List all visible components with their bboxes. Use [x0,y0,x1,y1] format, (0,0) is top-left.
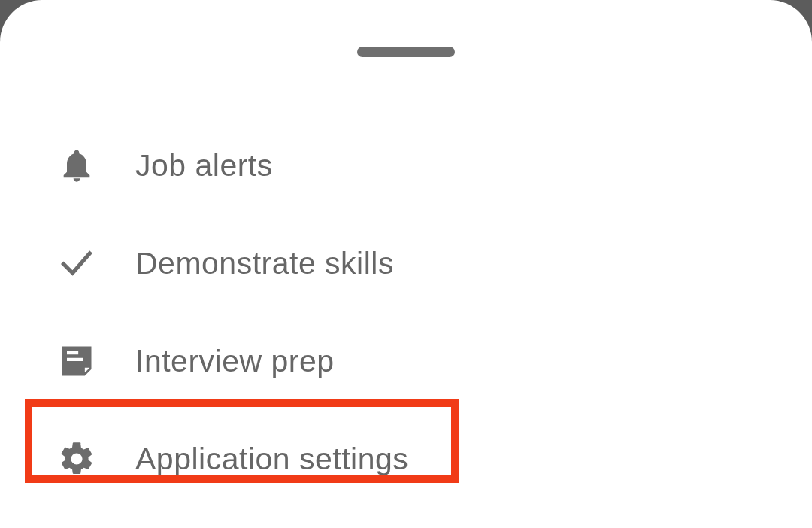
gear-icon [57,439,96,478]
menu-list: Job alerts Demonstrate skills Interview … [0,117,812,508]
menu-item-interview-prep[interactable]: Interview prep [0,312,812,410]
menu-item-demonstrate-skills[interactable]: Demonstrate skills [0,214,812,312]
menu-item-label: Demonstrate skills [135,246,394,281]
menu-item-label: Interview prep [135,344,335,379]
bell-icon [57,146,96,185]
note-icon [57,341,96,381]
menu-item-label: Application settings [135,442,408,477]
menu-item-label: Job alerts [135,148,273,184]
drag-handle[interactable] [357,47,455,57]
menu-item-job-alerts[interactable]: Job alerts [0,117,812,214]
bottom-sheet: Job alerts Demonstrate skills Interview … [0,0,812,528]
check-icon [57,244,96,283]
menu-item-application-settings[interactable]: Application settings [0,410,812,508]
